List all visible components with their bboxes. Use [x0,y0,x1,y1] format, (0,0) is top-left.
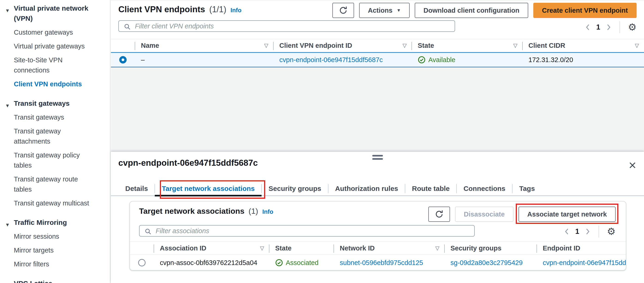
endpoints-table-header: Name ▽ Client VPN endpoint ID ▽ State ▽ … [111,39,644,52]
sidebar-section-transit-gateways: ▼ Transit gateways Transit gateways Tran… [0,98,110,208]
info-link[interactable]: Info [262,208,273,215]
sidebar-section-vpc-lattice: ▼ VPC Lattice [0,278,110,283]
sort-icon[interactable]: ▽ [513,43,517,49]
info-link[interactable]: Info [230,7,242,14]
column-header-endpoint-id: Client VPN endpoint ID ▽ [273,39,412,52]
endpoint-table-row[interactable]: – cvpn-endpoint-06e947f15ddf5687c Availa… [111,52,644,67]
sidebar-item-transit-gateway-multicast[interactable]: Transit gateway multicast [0,198,97,208]
column-header-security-groups: Security groups [444,242,537,254]
tab-details[interactable]: Details [118,181,155,196]
column-header-endpoint-id: Endpoint ID [537,242,626,254]
refresh-button[interactable] [428,207,450,222]
sort-icon[interactable]: ▽ [635,43,639,49]
page-number[interactable]: 1 [596,23,600,31]
sidebar-section-title-label: Transit gateways [14,100,70,107]
column-header-name: Name ▽ [135,39,273,52]
header-actions: Actions ▼ Download client configuration … [332,3,636,18]
sort-icon[interactable]: ▽ [260,245,264,251]
sidebar-item-client-vpn-endpoints[interactable]: Client VPN endpoints [0,79,97,89]
prev-page-icon[interactable] [585,23,591,31]
sidebar-item-transit-gateways[interactable]: Transit gateways [0,112,97,122]
panel-drag-handle[interactable] [372,155,383,161]
cell-endpoint-id: cvpn-endpoint-06e947f15ddf5687c [273,56,412,64]
column-header-state: State ▽ [412,39,522,52]
check-circle-icon [275,259,283,267]
sort-icon[interactable]: ▽ [435,245,440,251]
panel-tabs: Details Target network associations Secu… [118,181,542,196]
prev-page-icon[interactable] [564,228,570,235]
row-radio[interactable] [138,259,146,266]
associate-target-network-button[interactable]: Associate target network [518,207,616,222]
refresh-button[interactable] [332,3,354,18]
chevron-down-icon: ▼ [5,281,10,283]
sort-icon[interactable]: ▽ [402,43,407,49]
sidebar-section-mirroring-title[interactable]: ▼ Traffic Mirroring [0,217,110,228]
associations-count: (1) [249,207,258,216]
page-number[interactable]: 1 [575,227,579,236]
association-table-row[interactable]: cvpn-assoc-0bf639762212d5a04 Associated … [130,255,626,270]
sidebar-section-transit-title[interactable]: ▼ Transit gateways [0,98,110,109]
column-header-state: State [269,242,334,254]
sidebar-item-customer-gateways[interactable]: Customer gateways [0,27,97,37]
filter-row: 1 ⚙ [118,20,636,32]
column-header-network-id: Network ID ▽ [334,242,444,254]
column-label: Security groups [450,244,502,252]
endpoint-id-link[interactable]: cvpn-endpoint-06e947f15ddf5687c [279,56,383,64]
sidebar-nav: ▼ Virtual private network (VPN) Customer… [0,0,110,283]
sidebar-item-mirror-targets[interactable]: Mirror targets [0,245,97,255]
disassociate-button[interactable]: Disassociate [455,207,514,222]
sidebar-item-transit-gateway-route-tables[interactable]: Transit gateway route tables [0,174,97,194]
pager-divider [598,225,599,237]
tab-authorization-rules[interactable]: Authorization rules [328,181,405,196]
associate-button-wrap: Associate target network [518,207,616,222]
column-header-association-id: Association ID ▽ [154,242,269,254]
subnet-link[interactable]: subnet-0596ebfd975cdd125 [340,259,423,266]
associations-pagination: 1 ⚙ [564,225,616,237]
tab-target-network-associations[interactable]: Target network associations [155,181,262,196]
sidebar-item-transit-gateway-policy-tables[interactable]: Transit gateway policy tables [0,150,97,170]
settings-gear-icon[interactable]: ⚙ [607,227,616,236]
associations-filter-input[interactable] [156,225,472,236]
sidebar-item-mirror-sessions[interactable]: Mirror sessions [0,231,97,241]
sidebar-section-vpn: ▼ Virtual private network (VPN) Customer… [0,3,110,89]
cell-endpoint-id: cvpn-endpoint-06e947f15ddf5687c [537,259,626,267]
status-label: Available [428,56,455,64]
target-network-associations-card: Target network associations (1) Info Dis… [130,201,626,270]
associations-actions: Disassociate Associate target network [428,207,616,222]
endpoints-filter-input[interactable] [135,21,452,31]
sidebar-item-virtual-private-gateways[interactable]: Virtual private gateways [0,41,97,51]
cell-association-id: cvpn-assoc-0bf639762212d5a04 [154,259,269,267]
check-circle-icon [418,56,426,64]
actions-button[interactable]: Actions ▼ [359,3,410,18]
row-radio-selected[interactable] [119,56,127,64]
next-page-icon[interactable] [606,23,612,31]
refresh-icon [434,209,444,219]
detail-panel: cvpn-endpoint-06e947f15ddf5687c Details … [111,152,644,283]
cell-network-id: subnet-0596ebfd975cdd125 [334,259,444,267]
security-group-link[interactable]: sg-09d2a80e3c2795429 [450,259,523,266]
page-title-count: (1/1) [209,5,226,14]
tab-connections[interactable]: Connections [456,181,512,196]
tab-tags[interactable]: Tags [512,181,542,196]
endpoint-id-link[interactable]: cvpn-endpoint-06e947f15ddf5687c [543,259,626,266]
column-label: Network ID [340,244,374,252]
next-page-icon[interactable] [585,228,591,235]
download-client-configuration-button[interactable]: Download client configuration [415,3,528,18]
tab-security-groups[interactable]: Security groups [262,181,328,196]
sidebar-item-site-to-site-vpn-connections[interactable]: Site-to-Site VPN connections [0,55,97,75]
sidebar-item-transit-gateway-attachments[interactable]: Transit gateway attachments [0,126,97,146]
tab-route-table[interactable]: Route table [405,181,456,196]
create-client-vpn-endpoint-button[interactable]: Create client VPN endpoint [533,3,636,18]
sidebar-item-mirror-filters[interactable]: Mirror filters [0,259,97,269]
status-associated: Associated [275,259,329,267]
column-label: Client VPN endpoint ID [279,42,352,49]
endpoints-pagination: 1 ⚙ [585,21,636,33]
sort-icon[interactable]: ▽ [264,43,268,49]
sidebar-section-vpn-title[interactable]: ▼ Virtual private network (VPN) [0,3,110,24]
column-label: Endpoint ID [543,244,580,252]
settings-gear-icon[interactable]: ⚙ [628,22,636,32]
sidebar-section-lattice-title[interactable]: ▼ VPC Lattice [0,278,110,283]
page-header: Client VPN endpoints (1/1) Info [118,5,242,14]
column-label: State [275,244,292,252]
close-icon[interactable] [628,161,637,170]
